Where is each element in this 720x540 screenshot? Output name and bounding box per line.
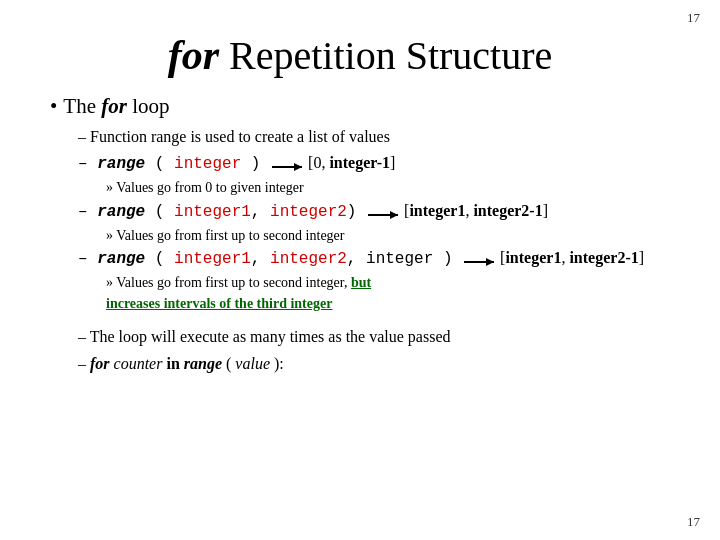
range-label-3: – range ( integer1, integer2, integer )	[78, 250, 462, 268]
result-3-bold2: integer2-1	[569, 249, 638, 266]
main-bullet: • The for loop	[50, 94, 680, 119]
range-keyword-3: range	[97, 250, 145, 268]
arrow-2	[368, 214, 398, 216]
bullet-dot: •	[50, 94, 57, 119]
range-int2-2: integer2	[270, 203, 347, 221]
range-paren-3: (	[145, 250, 174, 268]
result-1-bold: integer-1	[329, 154, 390, 171]
range-sub-2: » Values go from first up to second inte…	[106, 226, 680, 246]
page-number-top: 17	[687, 10, 700, 26]
result-2-bold1: integer1	[409, 202, 465, 219]
range-paren-2: (	[145, 203, 174, 221]
range-sub-text-1: » Values go from 0 to given integer	[106, 180, 304, 195]
range-sub-3a: » Values go from first up to second inte…	[106, 273, 680, 293]
bottom-bullet-2-range: range	[184, 355, 222, 372]
range-label-1: – range ( integer )	[78, 155, 270, 173]
range-close-1: )	[241, 155, 260, 173]
range-item-3: – range ( integer1, integer2, integer ) …	[78, 246, 680, 271]
result-1: [0, integer-1]	[308, 154, 395, 171]
bottom-bullet-1: – The loop will execute as many times as…	[78, 324, 680, 350]
range-dash-1: –	[78, 155, 97, 173]
for-word-inline: for	[101, 94, 127, 118]
bottom-bullets: – The loop will execute as many times as…	[78, 324, 680, 377]
title-rest: Repetition Structure	[219, 33, 552, 78]
result-3: [integer1, integer2-1]	[500, 249, 644, 266]
bottom-bullet-2-for: for	[90, 355, 110, 372]
bottom-bullet-1-text: – The loop will execute as many times as…	[78, 328, 451, 345]
result-3-bold1: integer1	[505, 249, 561, 266]
range-int2-3: integer2	[270, 250, 347, 268]
range-sub-text-3b: increases intervals of the third integer	[106, 296, 332, 311]
range-paren-1: (	[145, 155, 174, 173]
range-int1-3: integer1	[174, 250, 251, 268]
bottom-bullet-2-in: in	[162, 355, 183, 372]
range-keyword-2: range	[97, 203, 145, 221]
range-sub-text-2: » Values go from first up to second inte…	[106, 228, 344, 243]
page-number-bottom: 17	[687, 514, 700, 530]
range-label-2: – range ( integer1, integer2)	[78, 203, 366, 221]
bullet-section: • The for loop – Function range is used …	[50, 94, 680, 377]
main-bullet-text: The for loop	[63, 94, 169, 119]
range-dash-3: –	[78, 250, 97, 268]
range-sub-1: » Values go from 0 to given integer	[106, 178, 680, 198]
range-comma-3b: ,	[347, 250, 366, 268]
range-sub-3b: increases intervals of the third integer	[106, 294, 680, 314]
result-2: [integer1, integer2-1]	[404, 202, 548, 219]
bottom-bullet-2-paren: (	[222, 355, 235, 372]
range-close-2: )	[347, 203, 357, 221]
range-sub-text-3b-underline: but	[351, 275, 371, 290]
range-item-2: – range ( integer1, integer2) [integer1,…	[78, 199, 680, 224]
range-int3-3: integer	[366, 250, 433, 268]
bottom-bullet-2: – for counter in range ( value ):	[78, 351, 680, 377]
bottom-bullet-2-value: value	[235, 355, 270, 372]
bottom-bullet-2-dash: –	[78, 355, 90, 372]
slide: 17 for Repetition Structure • The for lo…	[0, 0, 720, 540]
range-item-1: – range ( integer ) [0, integer-1]	[78, 151, 680, 176]
arrow-1	[272, 166, 302, 168]
range-int1-2: integer1	[174, 203, 251, 221]
arrow-3	[464, 261, 494, 263]
result-2-bold2: integer2-1	[473, 202, 542, 219]
range-keyword-1: range	[97, 155, 145, 173]
range-comma-2: ,	[251, 203, 270, 221]
bottom-bullet-2-close: ):	[270, 355, 284, 372]
function-range-text: – Function range is used to create a lis…	[78, 128, 390, 145]
range-comma-3a: ,	[251, 250, 270, 268]
bottom-bullet-2-counter: counter	[114, 355, 163, 372]
range-sub-text-3a: » Values go from first up to second inte…	[106, 275, 371, 290]
range-close-3: )	[433, 250, 452, 268]
range-int-1: integer	[174, 155, 241, 173]
title-for-word: for	[168, 32, 219, 78]
function-range-header: – Function range is used to create a lis…	[78, 125, 680, 149]
slide-title: for Repetition Structure	[40, 32, 680, 78]
range-dash-2: –	[78, 203, 97, 221]
